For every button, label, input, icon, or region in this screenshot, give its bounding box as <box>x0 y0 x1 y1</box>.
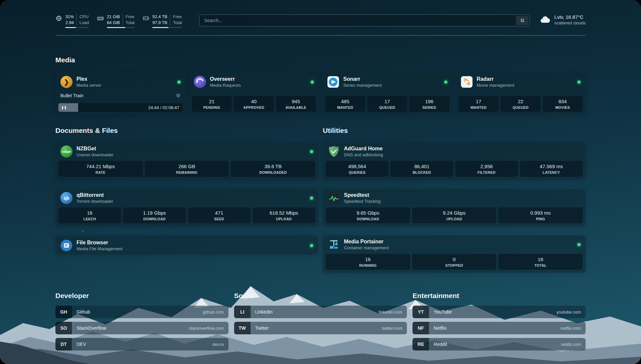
stat-approved: 40 APPROVED <box>234 96 274 112</box>
bookmark-name: Reddit <box>429 338 447 350</box>
bookmark-url: github.com <box>203 306 229 318</box>
service-subtitle: Media File Management <box>76 246 122 252</box>
stat-value: 16 <box>59 210 120 216</box>
stat-queries: 498,564 QUERIES <box>326 161 388 177</box>
status-dot <box>310 244 313 247</box>
pause-icon[interactable]: ❚❚ <box>58 106 67 109</box>
portainer-card[interactable]: Media Portainer Container management 16 … <box>323 235 586 273</box>
plex-icon: ❯ <box>60 76 73 88</box>
stat-label: SERIES <box>410 105 448 110</box>
stat-pending: 21 PENDING <box>192 96 232 112</box>
bookmark-github[interactable]: GH Github github.com <box>55 306 229 318</box>
weather-widget: Lviv, 16.87°C scattered clouds <box>539 14 586 26</box>
bookmark-url: youtube.com <box>557 306 586 318</box>
snow-particles <box>0 0 1 1</box>
stat-movies: 834 MOVIES <box>543 96 583 112</box>
stat-value: 9.65 Gbps <box>327 210 409 216</box>
bookmark-name: Netflix <box>429 322 446 334</box>
filebrowser-card[interactable]: File Browser Media File Management <box>55 235 318 255</box>
gear-icon[interactable]: ⚙ <box>176 93 180 99</box>
stat-blocked: 86,401 BLOCKED <box>390 161 453 177</box>
stat-upload: 618.52 Mbps UPLOAD <box>253 207 315 223</box>
bookmarks-social: Social LI LinkedIn linkedin.com TW Twitt… <box>234 292 407 354</box>
stat-value: 86,401 <box>391 163 452 169</box>
cpu-widget: 31% CPU 2.94 Load <box>55 14 89 28</box>
service-subtitle: Media Requests <box>210 82 241 88</box>
bookmark-url: stackoverflow.com <box>189 322 228 334</box>
top-bar: 31% CPU 2.94 Load 21 GiB Free 64 <box>0 0 641 28</box>
bookmark-twitter[interactable]: TW Twitter twitter.com <box>234 322 407 334</box>
stat-value: 40 <box>235 98 273 105</box>
sonarr-card[interactable]: Sonarr Series management 485 WANTED 17 Q… <box>322 72 452 115</box>
bookmark-stackoverflow[interactable]: SO StackOverflow stackoverflow.com <box>55 322 229 334</box>
stat-value: 0 <box>413 256 496 262</box>
bookmark-linkedin[interactable]: LI LinkedIn linkedin.com <box>234 306 407 318</box>
bookmark-abbr: RE <box>412 338 429 350</box>
stat-value: 9.24 Gbps <box>413 210 496 216</box>
bookmark-reddit[interactable]: RE Reddit reddit.com <box>412 338 586 350</box>
search-provider-button[interactable]: G <box>516 16 529 25</box>
stat-label: STOPPED <box>413 263 496 268</box>
nzbget-icon: nzbget <box>60 145 73 158</box>
stat-value: 266 GB <box>146 163 228 169</box>
bookmark-name: LinkedIn <box>251 306 273 318</box>
ram-widget: 21 GiB Free 64 GiB Total <box>97 14 135 28</box>
stat-label: PENDING <box>193 105 231 110</box>
bookmark-url: dev.to <box>212 338 228 350</box>
service-name: Plex <box>76 76 101 82</box>
stat-leech: 16 LEECH <box>58 207 121 223</box>
stat-value: 945 <box>277 98 315 105</box>
adguard-card[interactable]: AdGuard Home DNS and adblocking 498,564 … <box>323 142 586 180</box>
service-subtitle: DNS and adblocking <box>344 152 383 158</box>
service-name: File Browser <box>76 239 122 246</box>
section-title-utilities: Utilities <box>323 127 586 135</box>
bookmark-abbr: GH <box>55 306 72 318</box>
disk-widget: 52.4 TB Free 97.9 TB Total <box>142 14 182 28</box>
bookmark-url: netflix.com <box>561 322 586 334</box>
nzbget-card[interactable]: nzbget NZBGet Usenet downloader <box>55 142 318 180</box>
radarr-card[interactable]: Radarr Movie management 17 WANTED 22 QUE… <box>456 72 586 115</box>
bookmark-abbr: DT <box>55 338 72 350</box>
stat-value: 196 <box>410 98 448 105</box>
stat-value: 16 <box>499 256 582 262</box>
bookmark-name: StackOverflow <box>72 322 106 334</box>
plex-card[interactable]: ❯ Plex Media server Bullet Train ⚙ <box>55 72 186 115</box>
stat-label: PING <box>499 217 582 221</box>
stat-label: QUEUED <box>502 105 540 110</box>
speedtest-card[interactable]: Speedtest Speedtest Tracking 9.65 Gbps D… <box>323 189 586 226</box>
stat-value: 744.21 Mbps <box>59 163 142 169</box>
bookmark-youtube[interactable]: YT YouTube youtube.com <box>412 306 586 318</box>
cpu-percent: 31% <box>65 14 76 19</box>
bookmark-netflix[interactable]: NF Netflix netflix.com <box>412 322 586 334</box>
section-title-documents: Documents & Files <box>55 127 318 135</box>
filebrowser-icon <box>60 239 73 252</box>
qbittorrent-card[interactable]: qb qBittorrent Torrent downloader <box>55 189 318 226</box>
playback-progress-bar[interactable]: ❚❚ 24:44 / 02:06:47 <box>58 103 183 112</box>
bookmark-dev[interactable]: DT DEV dev.to <box>55 338 229 350</box>
weather-location: Lviv, 16.87°C <box>554 14 586 20</box>
ram-total-value: 64 GiB <box>107 20 123 25</box>
stat-value: 0.993 ms <box>499 210 582 216</box>
weather-condition: scattered clouds <box>554 20 586 26</box>
stat-download: 9.65 Gbps DOWNLOAD <box>326 207 410 223</box>
status-dot <box>177 80 181 84</box>
status-dot <box>310 197 313 200</box>
stat-label: BLOCKED <box>391 170 452 175</box>
bookmark-abbr: TW <box>234 322 251 334</box>
section-title-developer: Developer <box>55 292 229 300</box>
service-name: Media Portainer <box>344 238 389 245</box>
stat-value: 834 <box>544 98 582 105</box>
stat-queued: 17 QUEUED <box>367 96 408 112</box>
stat-label: SEED <box>189 217 250 221</box>
documents-column: Documents & Files nzbget NZBGet Usenet d… <box>55 127 318 255</box>
overseerr-card[interactable]: Overseerr Media Requests 21 PENDING 40 A… <box>189 72 319 115</box>
bookmark-abbr: YT <box>412 306 429 318</box>
search-input[interactable] <box>199 15 530 26</box>
stat-label: UPLOAD <box>413 217 496 221</box>
now-playing-title: Bullet Train <box>60 93 83 98</box>
stat-series: 196 SERIES <box>409 96 449 112</box>
stat-seed: 471 SEED <box>188 207 251 223</box>
stat-rate: 744.21 Mbps RATE <box>58 161 143 177</box>
service-name: Overseerr <box>210 76 241 82</box>
bookmark-url: linkedin.com <box>379 306 407 318</box>
